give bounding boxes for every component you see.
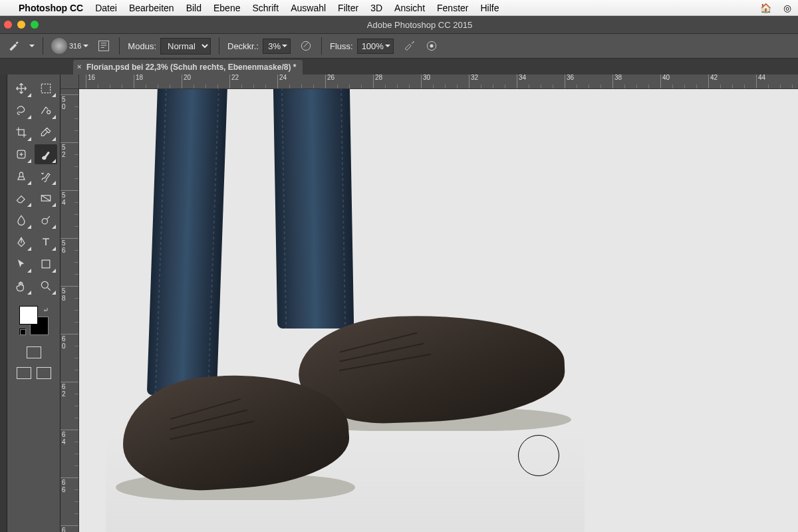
ruler-tick: 16 (86, 74, 95, 88)
menu-ansicht[interactable]: Ansicht (394, 3, 425, 13)
brush-tool[interactable] (35, 144, 57, 164)
healing-brush-tool[interactable] (10, 144, 33, 164)
vertical-ruler[interactable]: 5 05 25 45 65 86 06 26 46 66 8 (61, 89, 79, 532)
default-colors-icon[interactable] (19, 329, 26, 335)
horizontal-ruler[interactable]: 16182022242628303234363840424446 (79, 74, 798, 89)
menu-filter[interactable]: Filter (338, 3, 358, 13)
screen-mode-standard[interactable] (17, 367, 31, 379)
menu-hilfe[interactable]: Hilfe (481, 3, 499, 13)
ruler-tick: 28 (373, 74, 382, 88)
menu-extra-cc-icon[interactable]: ◎ (783, 3, 791, 13)
ruler-tick: 6 6 (61, 477, 78, 493)
hand-tool[interactable] (10, 276, 33, 296)
airbrush-toggle[interactable] (402, 39, 416, 53)
flow-value[interactable]: 100% (357, 39, 394, 54)
opacity-value[interactable]: 3% (263, 39, 291, 54)
svg-rect-6 (41, 84, 50, 92)
document-view: 16182022242628303234363840424446 5 05 25… (61, 74, 798, 532)
ruler-tick: 44 (756, 74, 765, 88)
move-tool[interactable] (10, 78, 33, 98)
ruler-tick: 5 2 (61, 142, 78, 158)
ruler-tick: 42 (708, 74, 718, 88)
window-zoom-button[interactable] (31, 21, 39, 29)
opacity-label: Deckkr.: (227, 41, 259, 51)
ruler-tick: 6 8 (61, 525, 78, 532)
clone-stamp-tool[interactable] (10, 166, 33, 186)
photo-left-leg (147, 89, 227, 395)
flow-label: Fluss: (330, 41, 353, 51)
menu-auswahl[interactable]: Auswahl (291, 3, 326, 13)
ruler-tick: 5 8 (61, 286, 78, 302)
tool-preset-chevron-icon[interactable] (29, 45, 35, 50)
quick-mask-toggle[interactable] (27, 346, 41, 358)
canvas[interactable] (79, 89, 798, 532)
window-minimize-button[interactable] (17, 21, 25, 29)
menu-datei[interactable]: Datei (95, 3, 117, 13)
ruler-tick: 40 (660, 74, 670, 88)
menu-ebene[interactable]: Ebene (213, 3, 240, 13)
swap-colors-icon[interactable]: ⤾ (43, 306, 49, 313)
eraser-tool[interactable] (10, 188, 33, 208)
crop-tool[interactable] (10, 122, 33, 142)
window-close-button[interactable] (4, 21, 12, 29)
ruler-tick: 5 4 (61, 190, 78, 206)
brush-preview-icon (51, 38, 67, 54)
ruler-tick: 6 0 (61, 334, 78, 350)
tab-close-icon[interactable]: × (77, 63, 81, 70)
screen-mode-switcher[interactable] (37, 367, 51, 379)
ruler-tick: 32 (469, 74, 478, 88)
type-tool[interactable] (35, 232, 57, 252)
path-select-tool[interactable] (10, 254, 33, 274)
menu-schrift[interactable]: Schrift (252, 3, 279, 13)
collapsed-panel-strip[interactable] (0, 74, 7, 532)
tool-preset-picker[interactable] (7, 39, 21, 53)
ruler-tick: 6 2 (61, 382, 78, 398)
brush-chevron-icon (83, 45, 88, 50)
eyedropper-tool[interactable] (35, 122, 57, 142)
svg-rect-0 (99, 41, 109, 51)
svg-point-12 (41, 281, 48, 288)
foreground-color-swatch[interactable] (19, 306, 38, 325)
blur-tool[interactable] (10, 210, 33, 230)
ruler-tick: 20 (182, 74, 191, 88)
pen-tool[interactable] (10, 232, 33, 252)
dodge-tool[interactable] (35, 210, 57, 230)
color-swatches[interactable]: ⤾ (19, 306, 49, 335)
menu-bearbeiten[interactable]: Bearbeiten (129, 3, 174, 13)
document-tab-bar: × Florian.psd bei 22,3% (Schuh rechts, E… (0, 59, 798, 74)
svg-point-1 (301, 41, 310, 50)
mode-select[interactable]: Normal (160, 38, 211, 55)
lasso-tool[interactable] (10, 100, 33, 120)
menu-fenster[interactable]: Fenster (437, 3, 468, 13)
brush-panel-toggle[interactable] (96, 39, 111, 53)
opacity-pressure-toggle[interactable] (299, 39, 313, 53)
svg-point-2 (412, 43, 413, 44)
mode-label: Modus: (128, 41, 156, 51)
ruler-tick: 36 (565, 74, 574, 88)
ruler-tick: 34 (517, 74, 526, 88)
menu-3d[interactable]: 3D (370, 3, 382, 13)
history-brush-tool[interactable] (35, 166, 57, 186)
marquee-tool[interactable] (35, 78, 57, 98)
document-tab[interactable]: × Florian.psd bei 22,3% (Schuh rechts, E… (73, 60, 303, 74)
svg-rect-11 (42, 260, 50, 268)
ruler-origin[interactable] (61, 74, 79, 89)
options-bar: 316 Modus: Normal Deckkr.: 3% Fluss: 100… (0, 33, 798, 59)
brush-preset-picker[interactable]: 316 (51, 38, 88, 54)
menu-extra-home-icon[interactable]: 🏠 (760, 3, 771, 13)
size-pressure-toggle[interactable] (424, 39, 439, 53)
ruler-tick: 38 (612, 74, 622, 88)
gradient-tool[interactable] (35, 188, 57, 208)
menu-bild[interactable]: Bild (186, 3, 201, 13)
ruler-tick: 6 4 (61, 430, 78, 446)
ruler-tick: 5 0 (61, 94, 78, 110)
app-menu[interactable]: Photoshop CC (19, 3, 83, 13)
ruler-tick: 22 (229, 74, 239, 88)
shape-tool[interactable] (35, 254, 57, 274)
quick-select-tool[interactable] (35, 100, 57, 120)
brush-size-value: 316 (69, 42, 81, 50)
ruler-tick: 24 (277, 74, 287, 88)
ruler-tick: 26 (325, 74, 334, 88)
ruler-tick: 5 6 (61, 238, 78, 254)
zoom-tool[interactable] (35, 276, 57, 296)
